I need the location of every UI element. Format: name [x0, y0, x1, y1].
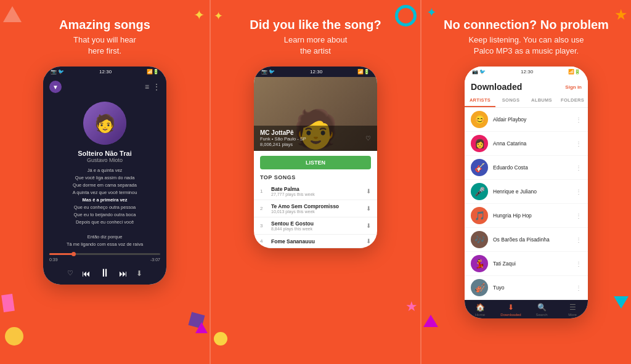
download-btn-2[interactable]: ⬇: [366, 205, 371, 212]
status-icons-left: 📷 🐦: [51, 69, 64, 75]
deco-magenta-tri: [195, 322, 208, 333]
downloaded-label: Downloaded: [500, 313, 521, 317]
status-icons-right: 📶🔋: [147, 69, 159, 75]
song-title-1[interactable]: Bate Palma: [271, 186, 366, 192]
list-item: 🎻 Tuyo ⋮: [465, 276, 588, 300]
next-btn[interactable]: ⏭: [119, 269, 128, 278]
song-title-3[interactable]: Sentou E Gostou: [271, 220, 366, 227]
lyric-line-1: Já e a quinta vez: [88, 168, 123, 173]
status-icons-right-2: 📶🔋: [357, 69, 370, 75]
progress-bar-fill: [49, 253, 74, 255]
song-title-4[interactable]: Fome Sananauuu: [271, 238, 366, 245]
search-icon: 🔍: [537, 303, 547, 312]
heart-icon[interactable]: ♡: [365, 135, 371, 142]
like-icon[interactable]: ♡: [67, 269, 73, 277]
artist-list: 😊 Aldair Playboy ⋮ 👩 Anna Catarina ⋮ 🎸 E…: [465, 108, 588, 300]
more-icon-2[interactable]: ⋮: [576, 140, 582, 147]
progress-bar-wrap[interactable]: [43, 253, 166, 255]
more-icon-8[interactable]: ⋮: [576, 285, 582, 291]
status-time: 12:30: [99, 69, 112, 75]
song-info-3: Sentou E Gostou 8,844 plays this week: [267, 220, 366, 231]
more-icon-4[interactable]: ⋮: [576, 188, 582, 195]
tab-artists[interactable]: ARTISTS: [465, 94, 495, 107]
playlist-icon[interactable]: ≡: [145, 83, 149, 91]
download-btn-3[interactable]: ⬇: [366, 222, 371, 229]
song-row-4: 4 Fome Sananauuu ⬇: [254, 235, 377, 248]
lyric-line-3: Que dorme em cama separada: [73, 182, 137, 188]
search-label: Search: [535, 313, 547, 317]
lyric-line-10: Tá me ligando com essa voz de raiva: [67, 241, 143, 247]
panel3-title: No connection? No problem: [444, 17, 609, 32]
home-label: Home: [475, 313, 485, 317]
tab-albums[interactable]: ALBUMS: [526, 94, 557, 107]
artist-avatar-3: 🎸: [471, 159, 488, 176]
nav-home[interactable]: 🏠 Home: [465, 303, 495, 317]
artist-name-7[interactable]: Tati Zaqui: [493, 261, 576, 267]
panel1-title: Amazing songs: [59, 17, 150, 32]
deco-circle-tr: [395, 5, 417, 26]
song-row-2: 2 Te Amo Sem Compromisso 10,013 plays th…: [254, 200, 377, 217]
more-icon-6[interactable]: ⋮: [576, 237, 582, 243]
lyric-line-2: Que você liga assim do nada: [75, 175, 135, 180]
artist-name-1[interactable]: Aldair Playboy: [493, 116, 576, 123]
album-art-inner: 🧑: [83, 102, 126, 145]
album-art: 🧑: [83, 102, 126, 145]
list-item: 🎤 Henrique e Juliano ⋮: [465, 180, 588, 204]
artist-genre: Funk: [260, 136, 271, 142]
download-icon[interactable]: ⬇: [136, 269, 142, 278]
song-num-1: 1: [260, 188, 267, 194]
song-title: Solteiro Não Trai: [43, 150, 166, 157]
more-nav-icon: ☰: [569, 303, 576, 312]
song-title-2[interactable]: Te Amo Sem Compromisso: [271, 203, 366, 209]
artist-avatar-1: 😊: [471, 111, 488, 128]
artist-avatar-4: 🎤: [471, 183, 488, 200]
sign-in-button[interactable]: Sign in: [565, 84, 582, 90]
song-num-4: 4: [260, 238, 267, 244]
bottom-nav: 🏠 Home ⬇ Downloaded 🔍 Search ☰ More: [465, 300, 588, 318]
deco-star-2: ✦: [214, 9, 223, 23]
artist-name: MC JottaPê: [260, 129, 306, 136]
current-time: 0:39: [49, 257, 58, 262]
more-icon-3[interactable]: ⋮: [576, 164, 582, 171]
song-row-3: 3 Sentou E Gostou 8,844 plays this week …: [254, 217, 377, 235]
controls-row: ♡ ⏮ ⏸ ⏭ ⬇: [43, 267, 166, 285]
nav-more[interactable]: ☰ More: [557, 303, 588, 317]
artist-name-4[interactable]: Henrique e Juliano: [493, 188, 576, 195]
panel3-subtitle: Keep listening. You can also usePalco MP…: [468, 34, 584, 57]
artist-name-2[interactable]: Anna Catarina: [493, 140, 576, 147]
prev-btn[interactable]: ⏮: [82, 269, 91, 278]
more-icon-5[interactable]: ⋮: [576, 212, 582, 219]
deco-cyan-star: ✦: [426, 5, 437, 20]
downloaded-header: Downloaded Sign in: [465, 77, 588, 94]
tab-songs[interactable]: SONGS: [495, 94, 526, 107]
lyrics: Já e a quinta vez Que você liga assim do…: [43, 167, 166, 248]
artist-name-6[interactable]: Os Barões da Pisadinha: [493, 237, 576, 243]
more-options-icon[interactable]: ⋮: [153, 83, 160, 91]
tab-folders[interactable]: FOLDERS: [557, 94, 588, 107]
download-btn-4[interactable]: ⬇: [366, 238, 371, 245]
minimize-btn[interactable]: ▼: [49, 81, 62, 93]
artist-name-5[interactable]: Hungria Hip Hop: [493, 212, 576, 219]
status-icons-right-3: 📶🔋: [568, 69, 580, 75]
deco-yellow-circle: [214, 332, 227, 346]
panel-amazing-songs: ✦ Amazing songs That you will hearhere f…: [0, 0, 210, 364]
artist-name-3[interactable]: Eduardo Costa: [493, 164, 576, 171]
phone-mockup-2: 📷 🐦 12:30 📶🔋 🧑 MC JottaPê Funk • São Pau…: [254, 67, 377, 248]
list-item: 🎵 Hungria Hip Hop ⋮: [465, 204, 588, 228]
status-time-3: 12:30: [521, 69, 533, 75]
deco-pink-rect: [1, 294, 15, 312]
more-icon-7[interactable]: ⋮: [576, 261, 582, 267]
artist-name-8[interactable]: Tuyo: [493, 285, 576, 291]
panel2-title: Did you like the song?: [250, 17, 381, 32]
player-right-icons: ≡ ⋮: [145, 83, 160, 91]
downloaded-icon: ⬇: [508, 303, 514, 312]
download-btn-1[interactable]: ⬇: [366, 188, 371, 195]
more-icon-1[interactable]: ⋮: [576, 116, 582, 123]
listen-button[interactable]: LISTEN: [260, 156, 371, 169]
lyric-line-5: Mas é a primeira vez: [83, 197, 128, 203]
nav-downloaded[interactable]: ⬇ Downloaded: [495, 303, 526, 317]
pause-btn[interactable]: ⏸: [99, 267, 110, 280]
nav-search[interactable]: 🔍 Search: [526, 303, 557, 317]
deco-orange-star: ★: [614, 6, 628, 23]
song-num-3: 3: [260, 223, 267, 229]
